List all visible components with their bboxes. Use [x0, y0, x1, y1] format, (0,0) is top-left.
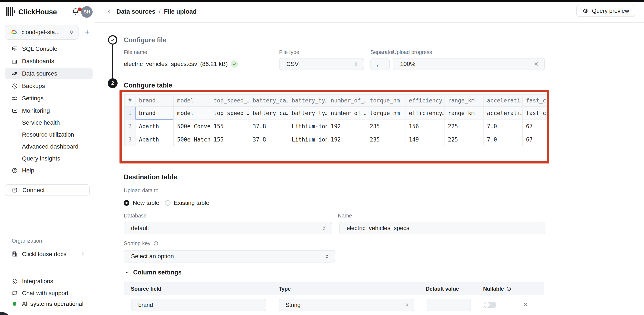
sorting-key-select[interactable]: Select an option: [124, 250, 335, 262]
preview-cell[interactable]: 225: [444, 120, 483, 133]
preview-cell[interactable]: 155: [210, 120, 249, 133]
table-name-input[interactable]: electric_vehicles_specs: [339, 222, 546, 234]
preview-cell[interactable]: 37.8: [249, 120, 288, 133]
preview-cell[interactable]: 67: [522, 133, 546, 146]
preview-cell[interactable]: number_of_…: [327, 106, 366, 120]
default-value-input[interactable]: [426, 299, 471, 311]
preview-cell[interactable]: Abarth: [135, 120, 174, 133]
preview-col-header: efficiency…: [405, 94, 444, 106]
sidebar-item-data-sources[interactable]: Data sources: [5, 68, 92, 79]
preview-cell[interactable]: 7.0: [483, 133, 522, 146]
chat-widget-bubble[interactable]: [0, 312, 12, 315]
sidebar-item-query-insights[interactable]: Query insights: [5, 153, 92, 164]
database-select[interactable]: default: [124, 222, 332, 234]
sidebar-item-label: Query insights: [22, 155, 60, 162]
preview-cell[interactable]: Lithium-ion: [288, 120, 327, 133]
separator-label: Separator: [370, 49, 394, 55]
default-value-header: Default value: [426, 286, 459, 292]
file-type-select[interactable]: CSV: [279, 58, 364, 70]
preview-cell[interactable]: 500e Hatch…: [174, 133, 210, 146]
radio-new-table[interactable]: New table: [124, 200, 160, 206]
breadcrumb: Data sources / File upload: [116, 8, 196, 15]
preview-cell[interactable]: efficiency…: [405, 106, 444, 120]
preview-row-number: 3: [124, 133, 135, 146]
sorting-key-label-row: Sorting key: [124, 240, 158, 246]
close-icon[interactable]: ✕: [534, 60, 539, 68]
sidebar-item-label: Advanced dashboard: [22, 143, 78, 150]
preview-cell[interactable]: battery_ty…: [288, 106, 327, 120]
breadcrumb-data-sources[interactable]: Data sources: [116, 8, 155, 15]
step-2-indicator: 2: [108, 78, 118, 88]
radio-label: Existing table: [174, 200, 210, 206]
sidebar-item-dashboards[interactable]: Dashboards: [5, 56, 92, 67]
back-button[interactable]: [106, 8, 113, 15]
add-service-button[interactable]: +: [82, 27, 92, 37]
preview-cell[interactable]: battery_ca…: [249, 106, 288, 120]
radio-label: New table: [133, 200, 160, 206]
sidebar-item-service-health[interactable]: Service health: [5, 117, 92, 128]
sidebar-item-label: SQL Console: [22, 46, 58, 52]
separator-input[interactable]: ,: [370, 58, 390, 70]
preview-cell[interactable]: 235: [366, 120, 405, 133]
sidebar-item-monitoring[interactable]: Monitoring: [5, 105, 92, 116]
sidebar-item-sql-console[interactable]: SQL Console: [5, 43, 92, 54]
preview-cell[interactable]: 225: [444, 133, 483, 146]
sidebar-item-resource-utilization[interactable]: Resource utilization: [5, 129, 92, 140]
upload-data-to-options: New tableExisting table: [124, 198, 209, 208]
preview-cell[interactable]: 500e Conve…: [174, 120, 210, 133]
radio-dot[interactable]: [165, 200, 170, 206]
type-select[interactable]: String: [279, 299, 414, 311]
preview-cell[interactable]: range_km: [444, 106, 483, 120]
preview-cell[interactable]: Abarth: [135, 133, 174, 146]
connect-button[interactable]: Connect: [5, 184, 90, 196]
preview-row-number: 1: [124, 106, 135, 120]
sidebar-item-chat-with-support[interactable]: Chat with support: [5, 288, 92, 299]
clickhouse-logo-icon: [6, 7, 16, 17]
preview-cell[interactable]: torque_nm: [366, 106, 405, 120]
sidebar-item-backups[interactable]: Backups: [5, 80, 92, 92]
monitoring-icon: [12, 108, 18, 114]
breadcrumb-file-upload: File upload: [164, 8, 196, 15]
destination-table-title: Destination table: [124, 173, 177, 181]
upload-progress-field[interactable]: 100% ✕: [393, 58, 545, 70]
remove-column-icon[interactable]: ✕: [523, 301, 528, 308]
nullable-toggle[interactable]: [484, 302, 496, 308]
preview-cell[interactable]: fast_cha: [522, 106, 546, 120]
preview-cell[interactable]: 149: [405, 133, 444, 146]
preview-cell[interactable]: 7.0: [483, 120, 522, 133]
preview-cell[interactable]: 192: [327, 133, 366, 146]
preview-cell[interactable]: 155: [210, 133, 249, 146]
preview-row-number: 2: [124, 120, 135, 133]
preview-cell[interactable]: 235: [366, 133, 405, 146]
avatar[interactable]: SH: [81, 6, 92, 18]
sidebar-item-advanced-dashboard[interactable]: Advanced dashboard: [5, 141, 92, 152]
column-settings-toggle[interactable]: Column settings: [124, 269, 182, 276]
chevron-right-icon: [80, 251, 86, 257]
preview-cell[interactable]: 192: [327, 120, 366, 133]
sidebar-item-help[interactable]: Help: [5, 165, 92, 176]
sidebar-item-docs[interactable]: ClickHouse docs: [5, 248, 92, 260]
sidebar-item-integrations[interactable]: Integrations: [5, 276, 92, 287]
preview-cell[interactable]: Lithium-ion: [288, 133, 327, 146]
preview-cell[interactable]: top_speed_…: [210, 106, 249, 120]
sidebar-item-all-systems-operational[interactable]: All systems operational: [5, 298, 92, 310]
preview-cell[interactable]: accelerati…: [483, 106, 522, 120]
preview-cell[interactable]: 156: [405, 120, 444, 133]
sidebar-item-label: Chat with support: [22, 290, 68, 297]
sidebar-item-settings[interactable]: Settings: [5, 93, 92, 104]
clickhouse-logo-text: ClickHouse: [18, 8, 57, 16]
column-settings-header: Source field Type Default value Nullable: [124, 282, 544, 295]
file-type-label: File type: [279, 49, 299, 55]
preview-cell[interactable]: model: [174, 106, 210, 120]
service-switcher[interactable]: cloud-get-sta...: [5, 25, 78, 40]
radio-existing-table[interactable]: Existing table: [165, 200, 210, 206]
preview-cell[interactable]: brand: [135, 106, 174, 120]
radio-dot[interactable]: [124, 200, 129, 206]
chevron-updown-icon: [353, 61, 359, 67]
source-field-input[interactable]: brand: [132, 299, 266, 311]
preview-cell[interactable]: 37.8: [249, 133, 288, 146]
preview-cell[interactable]: 67: [522, 120, 546, 133]
configure-table-title: Configure table: [124, 82, 172, 89]
query-preview-button[interactable]: Query preview: [576, 5, 635, 17]
preview-col-header: model: [174, 94, 210, 106]
